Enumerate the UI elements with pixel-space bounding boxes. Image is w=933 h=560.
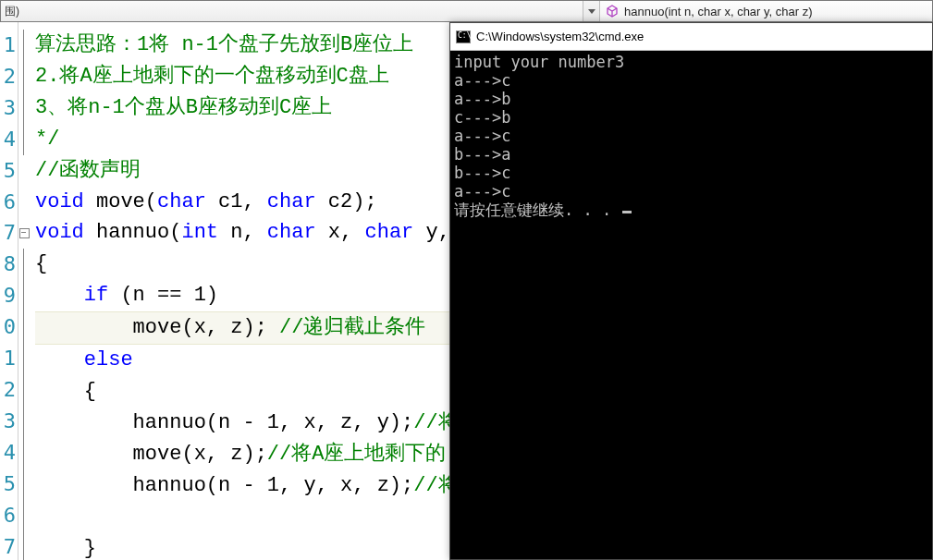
- line-number-gutter: 12345678901234567: [0, 22, 18, 560]
- console-output: input your number3a--->ca--->bc--->ba---…: [450, 51, 932, 221]
- line-number: 4: [0, 124, 16, 155]
- method-icon: [606, 5, 619, 18]
- scope-dropdown-arrow[interactable]: [583, 1, 600, 21]
- line-number: 8: [0, 249, 16, 280]
- scope-label: 围): [5, 4, 19, 19]
- code-line: */: [35, 128, 59, 151]
- code-line: 算法思路：1将 n-1个盘子先放到B座位上: [35, 33, 413, 56]
- console-titlebar[interactable]: C:\Windows\system32\cmd.exe: [450, 23, 932, 51]
- console-line: input your number3: [454, 53, 928, 71]
- line-number: 1: [0, 30, 16, 61]
- console-title-text: C:\Windows\system32\cmd.exe: [476, 30, 644, 43]
- line-number: 1: [0, 343, 16, 374]
- cmd-icon: [456, 30, 471, 43]
- line-number: 3: [0, 406, 16, 437]
- chevron-down-icon: [588, 9, 595, 14]
- line-number: 6: [0, 187, 16, 218]
- line-number: 2: [0, 374, 16, 406]
- cmd-console-window[interactable]: C:\Windows\system32\cmd.exe input your n…: [449, 22, 933, 560]
- console-line: a--->b: [454, 90, 928, 108]
- console-line: a--->c: [454, 182, 928, 201]
- line-number: 2: [0, 61, 16, 92]
- cursor: [622, 211, 632, 213]
- console-line: a--->c: [454, 71, 928, 90]
- line-number: 5: [0, 469, 16, 500]
- console-line: c--->b: [454, 108, 928, 127]
- line-number: 3: [0, 92, 16, 124]
- function-signature: hannuo(int n, char x, char y, char z): [624, 5, 813, 18]
- breadcrumb-bar: 围) hannuo(int n, char x, char y, char z): [0, 0, 933, 22]
- code-line: {: [35, 252, 47, 275]
- line-number: 9: [0, 280, 16, 311]
- console-line: b--->a: [454, 145, 928, 164]
- code-line: 3、将n-1个盘从B座移动到C座上: [35, 96, 332, 119]
- function-dropdown[interactable]: hannuo(int n, char x, char y, char z): [600, 1, 932, 21]
- line-number: 7: [0, 531, 16, 561]
- code-line: {: [35, 380, 96, 403]
- line-number: 4: [0, 437, 16, 469]
- scope-dropdown[interactable]: 围): [1, 1, 583, 21]
- fold-column: [18, 22, 31, 560]
- code-line: 2.将A座上地剩下的一个盘移动到C盘上: [35, 65, 389, 88]
- console-line: 请按任意键继续. . .: [454, 201, 928, 219]
- line-number: 6: [0, 500, 16, 531]
- line-number: 0: [0, 311, 16, 343]
- code-line: //函数声明: [35, 159, 141, 182]
- line-number: 7: [0, 217, 16, 249]
- console-line: b--->c: [454, 164, 928, 182]
- line-number: 5: [0, 155, 16, 187]
- console-line: a--->c: [454, 127, 928, 145]
- code-line: }: [35, 537, 96, 560]
